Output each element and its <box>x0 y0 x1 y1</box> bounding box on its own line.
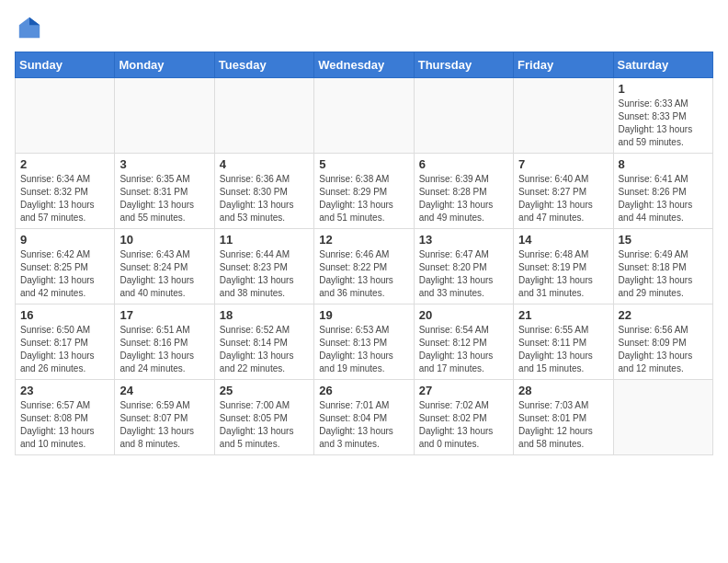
day-info: Sunrise: 6:59 AM Sunset: 8:07 PM Dayligh… <box>119 399 209 451</box>
day-cell: 27Sunrise: 7:02 AM Sunset: 8:02 PM Dayli… <box>414 380 513 455</box>
day-info: Sunrise: 6:54 AM Sunset: 8:12 PM Dayligh… <box>419 324 508 375</box>
day-number: 1 <box>619 82 708 96</box>
day-info: Sunrise: 6:50 AM Sunset: 8:17 PM Dayligh… <box>20 324 109 375</box>
day-info: Sunrise: 6:49 AM Sunset: 8:18 PM Dayligh… <box>619 248 708 300</box>
day-info: Sunrise: 6:52 AM Sunset: 8:14 PM Dayligh… <box>220 324 309 375</box>
day-number: 15 <box>619 233 708 247</box>
day-number: 24 <box>119 384 209 397</box>
day-cell: 5Sunrise: 6:38 AM Sunset: 8:29 PM Daylig… <box>314 154 414 229</box>
day-info: Sunrise: 6:42 AM Sunset: 8:25 PM Dayligh… <box>20 248 109 300</box>
day-cell <box>613 380 712 455</box>
weekday-header-thursday: Thursday <box>414 52 513 78</box>
day-number: 5 <box>319 157 408 171</box>
weekday-header-tuesday: Tuesday <box>214 52 313 78</box>
day-cell: 26Sunrise: 7:01 AM Sunset: 8:04 PM Dayli… <box>314 380 414 455</box>
day-info: Sunrise: 7:01 AM Sunset: 8:04 PM Dayligh… <box>319 399 408 451</box>
logo-icon <box>17 15 42 40</box>
day-number: 4 <box>220 157 309 171</box>
day-number: 8 <box>619 157 708 171</box>
day-number: 25 <box>220 384 309 397</box>
day-number: 13 <box>419 233 508 247</box>
logo <box>15 15 42 40</box>
day-info: Sunrise: 6:36 AM Sunset: 8:30 PM Dayligh… <box>220 173 309 224</box>
day-cell: 21Sunrise: 6:55 AM Sunset: 8:11 PM Dayli… <box>514 304 613 380</box>
day-cell <box>314 78 414 154</box>
day-info: Sunrise: 6:39 AM Sunset: 8:28 PM Dayligh… <box>419 173 508 224</box>
day-cell <box>214 78 313 154</box>
week-row-4: 16Sunrise: 6:50 AM Sunset: 8:17 PM Dayli… <box>16 304 713 380</box>
day-number: 18 <box>220 308 309 322</box>
day-number: 27 <box>419 384 508 397</box>
day-number: 10 <box>119 233 209 247</box>
day-cell: 24Sunrise: 6:59 AM Sunset: 8:07 PM Dayli… <box>115 380 214 455</box>
day-info: Sunrise: 6:35 AM Sunset: 8:31 PM Dayligh… <box>119 173 209 224</box>
day-info: Sunrise: 6:40 AM Sunset: 8:27 PM Dayligh… <box>518 173 608 224</box>
weekday-header-saturday: Saturday <box>613 52 712 78</box>
day-number: 3 <box>119 157 209 171</box>
day-number: 20 <box>419 308 508 322</box>
svg-marker-1 <box>29 17 40 25</box>
day-number: 6 <box>419 157 508 171</box>
day-cell: 11Sunrise: 6:44 AM Sunset: 8:23 PM Dayli… <box>214 229 313 304</box>
day-number: 7 <box>518 157 608 171</box>
day-number: 28 <box>518 384 608 397</box>
day-cell: 3Sunrise: 6:35 AM Sunset: 8:31 PM Daylig… <box>115 154 214 229</box>
day-cell: 2Sunrise: 6:34 AM Sunset: 8:32 PM Daylig… <box>16 154 115 229</box>
day-number: 16 <box>20 308 109 322</box>
day-info: Sunrise: 7:03 AM Sunset: 8:01 PM Dayligh… <box>518 399 608 451</box>
weekday-header-monday: Monday <box>115 52 214 78</box>
day-cell: 25Sunrise: 7:00 AM Sunset: 8:05 PM Dayli… <box>214 380 313 455</box>
day-number: 2 <box>20 157 109 171</box>
day-cell <box>115 78 214 154</box>
header <box>15 15 713 40</box>
week-row-3: 9Sunrise: 6:42 AM Sunset: 8:25 PM Daylig… <box>16 229 713 304</box>
day-cell: 1Sunrise: 6:33 AM Sunset: 8:33 PM Daylig… <box>613 78 712 154</box>
day-info: Sunrise: 7:00 AM Sunset: 8:05 PM Dayligh… <box>220 399 309 451</box>
day-number: 19 <box>319 308 408 322</box>
day-info: Sunrise: 6:53 AM Sunset: 8:13 PM Dayligh… <box>319 324 408 375</box>
day-info: Sunrise: 6:51 AM Sunset: 8:16 PM Dayligh… <box>119 324 209 375</box>
day-info: Sunrise: 6:43 AM Sunset: 8:24 PM Dayligh… <box>119 248 209 300</box>
day-cell: 7Sunrise: 6:40 AM Sunset: 8:27 PM Daylig… <box>514 154 613 229</box>
weekday-header-friday: Friday <box>514 52 613 78</box>
day-cell: 10Sunrise: 6:43 AM Sunset: 8:24 PM Dayli… <box>115 229 214 304</box>
weekday-header-sunday: Sunday <box>16 52 115 78</box>
day-info: Sunrise: 6:38 AM Sunset: 8:29 PM Dayligh… <box>319 173 408 224</box>
day-number: 12 <box>319 233 408 247</box>
day-cell: 13Sunrise: 6:47 AM Sunset: 8:20 PM Dayli… <box>414 229 513 304</box>
week-row-1: 1Sunrise: 6:33 AM Sunset: 8:33 PM Daylig… <box>16 78 713 154</box>
day-cell: 4Sunrise: 6:36 AM Sunset: 8:30 PM Daylig… <box>214 154 313 229</box>
day-cell: 8Sunrise: 6:41 AM Sunset: 8:26 PM Daylig… <box>613 154 712 229</box>
day-cell: 12Sunrise: 6:46 AM Sunset: 8:22 PM Dayli… <box>314 229 414 304</box>
weekday-header-wednesday: Wednesday <box>314 52 414 78</box>
weekday-header-row: SundayMondayTuesdayWednesdayThursdayFrid… <box>16 52 713 78</box>
day-number: 23 <box>20 384 109 397</box>
day-info: Sunrise: 6:55 AM Sunset: 8:11 PM Dayligh… <box>518 324 608 375</box>
day-number: 11 <box>220 233 309 247</box>
day-cell <box>16 78 115 154</box>
day-cell <box>514 78 613 154</box>
day-cell: 23Sunrise: 6:57 AM Sunset: 8:08 PM Dayli… <box>16 380 115 455</box>
week-row-2: 2Sunrise: 6:34 AM Sunset: 8:32 PM Daylig… <box>16 154 713 229</box>
day-cell: 16Sunrise: 6:50 AM Sunset: 8:17 PM Dayli… <box>16 304 115 380</box>
day-info: Sunrise: 6:41 AM Sunset: 8:26 PM Dayligh… <box>619 173 708 224</box>
day-info: Sunrise: 7:02 AM Sunset: 8:02 PM Dayligh… <box>419 399 508 451</box>
day-cell <box>414 78 513 154</box>
day-info: Sunrise: 6:33 AM Sunset: 8:33 PM Dayligh… <box>619 98 708 149</box>
day-number: 17 <box>119 308 209 322</box>
day-info: Sunrise: 6:34 AM Sunset: 8:32 PM Dayligh… <box>20 173 109 224</box>
day-number: 14 <box>518 233 608 247</box>
calendar: SundayMondayTuesdayWednesdayThursdayFrid… <box>15 52 713 455</box>
day-number: 21 <box>518 308 608 322</box>
day-cell: 17Sunrise: 6:51 AM Sunset: 8:16 PM Dayli… <box>115 304 214 380</box>
day-cell: 22Sunrise: 6:56 AM Sunset: 8:09 PM Dayli… <box>613 304 712 380</box>
day-number: 22 <box>619 308 708 322</box>
day-info: Sunrise: 6:46 AM Sunset: 8:22 PM Dayligh… <box>319 248 408 300</box>
day-info: Sunrise: 6:56 AM Sunset: 8:09 PM Dayligh… <box>619 324 708 375</box>
day-cell: 20Sunrise: 6:54 AM Sunset: 8:12 PM Dayli… <box>414 304 513 380</box>
day-cell: 15Sunrise: 6:49 AM Sunset: 8:18 PM Dayli… <box>613 229 712 304</box>
day-cell: 18Sunrise: 6:52 AM Sunset: 8:14 PM Dayli… <box>214 304 313 380</box>
week-row-5: 23Sunrise: 6:57 AM Sunset: 8:08 PM Dayli… <box>16 380 713 455</box>
day-cell: 9Sunrise: 6:42 AM Sunset: 8:25 PM Daylig… <box>16 229 115 304</box>
day-cell: 28Sunrise: 7:03 AM Sunset: 8:01 PM Dayli… <box>514 380 613 455</box>
